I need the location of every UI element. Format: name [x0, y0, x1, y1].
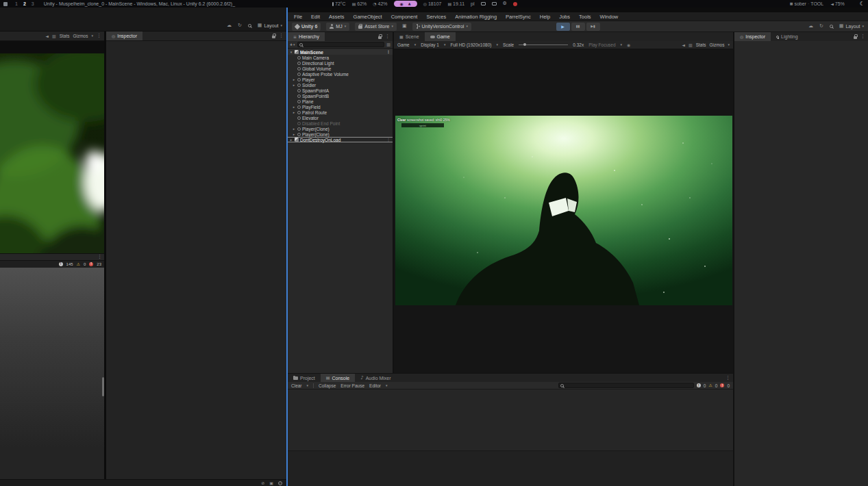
- display-1-icon[interactable]: [481, 2, 486, 5]
- scene-header-row[interactable]: ▾ MainScene ⋮: [288, 49, 393, 55]
- asset-store-dropdown[interactable]: Asset Store ▾: [355, 23, 397, 31]
- workspace-3[interactable]: 3: [29, 1, 37, 6]
- tree-row[interactable]: ▸PlayField: [288, 104, 393, 110]
- console-log-list[interactable]: [288, 389, 733, 450]
- panel-menu-icon[interactable]: ⋮: [279, 34, 284, 38]
- tree-row[interactable]: Elevator: [288, 115, 393, 120]
- lock-icon[interactable]: [854, 36, 857, 39]
- clear-button[interactable]: Clear: [291, 383, 302, 388]
- lock-icon[interactable]: [378, 36, 382, 39]
- info-count-icon[interactable]: !: [59, 262, 63, 266]
- tree-row[interactable]: ▸Player(Clone): [288, 126, 393, 131]
- keyboard-layout[interactable]: pl: [471, 1, 474, 6]
- stats-button[interactable]: Stats: [696, 42, 706, 47]
- night-mode-icon[interactable]: ☾: [860, 1, 865, 7]
- error-pause-toggle[interactable]: Error Pause: [340, 383, 364, 388]
- error-filter-icon[interactable]: !: [720, 383, 724, 387]
- tab-scene[interactable]: ▦ Scene: [394, 32, 425, 41]
- menu-component[interactable]: Component: [391, 14, 418, 20]
- filter-icon[interactable]: ▥: [386, 42, 390, 47]
- vsync-icon[interactable]: ▥: [689, 43, 693, 47]
- scene-menu-icon[interactable]: ⋮: [386, 138, 393, 142]
- tab-audio-mixer[interactable]: ♪ Audio Mixer: [355, 374, 396, 382]
- scene-menu-icon[interactable]: ⋮: [386, 50, 393, 54]
- collapse-toggle[interactable]: Collapse: [319, 383, 336, 388]
- tree-row[interactable]: Plane: [288, 99, 393, 104]
- step-button[interactable]: ▶▮: [586, 23, 600, 31]
- tree-row[interactable]: Main Camera: [288, 55, 393, 60]
- tab-inspector[interactable]: ◎ Inspector: [106, 31, 142, 40]
- version-control-dropdown[interactable]: UnityVersionControl ▾: [412, 23, 471, 31]
- tab-inspector[interactable]: ◎ Inspector: [734, 32, 771, 41]
- expand-arrow-icon[interactable]: ▸: [292, 105, 296, 109]
- console-search-input[interactable]: [565, 383, 692, 387]
- menu-edit[interactable]: Edit: [311, 14, 320, 20]
- warning-filter-icon[interactable]: ⚠: [708, 383, 712, 387]
- expand-arrow-icon[interactable]: ▸: [292, 78, 296, 81]
- expand-arrow-icon[interactable]: ▸: [289, 138, 293, 142]
- scrollbar-thumb[interactable]: [102, 377, 104, 396]
- panel-menu-icon[interactable]: ⋮: [97, 34, 101, 38]
- package-manager-icon[interactable]: ▣: [269, 481, 273, 485]
- play-focused-dropdown[interactable]: Play Focused: [588, 42, 615, 47]
- expand-arrow-icon[interactable]: ▸: [292, 133, 296, 136]
- vsync-icon[interactable]: ▥: [52, 34, 56, 38]
- gizmos-dropdown[interactable]: Gizmos: [709, 42, 724, 47]
- capture-icon[interactable]: ◉: [627, 43, 630, 47]
- tree-row[interactable]: Global Volume: [288, 66, 393, 71]
- chevron-down-icon[interactable]: ▾: [289, 51, 293, 54]
- tree-row[interactable]: ▸Player(Clone): [288, 131, 393, 137]
- tab-hierarchy[interactable]: ≡ Hierarchy: [288, 32, 325, 41]
- expand-arrow-icon[interactable]: ▸: [292, 127, 296, 131]
- error-count-icon[interactable]: !: [89, 262, 93, 266]
- tree-row[interactable]: ▸Player: [288, 77, 393, 82]
- game-viewport[interactable]: Clear screenshot saved: sht0 25% sprint: [394, 49, 733, 373]
- recording-indicator-icon[interactable]: [513, 2, 517, 6]
- search-icon[interactable]: [248, 24, 251, 27]
- cloud-icon[interactable]: ☁: [227, 23, 232, 28]
- panel-menu-icon[interactable]: ⋮: [385, 34, 390, 39]
- tree-row-disabled[interactable]: Disabled End Point: [288, 120, 393, 126]
- settings-gear-icon[interactable]: ⚙: [503, 1, 507, 6]
- account-dropdown[interactable]: MJ ▾: [326, 23, 349, 31]
- tree-row[interactable]: Directional Light: [288, 60, 393, 66]
- tab-console[interactable]: ▤ Console: [321, 374, 355, 382]
- pen-disabled-icon[interactable]: ⊘: [261, 481, 264, 485]
- tree-row[interactable]: ▸Soldier: [288, 82, 393, 88]
- tab-project[interactable]: Project: [288, 374, 321, 382]
- left-game-viewport[interactable]: [0, 41, 104, 253]
- menu-file[interactable]: File: [294, 14, 302, 20]
- refresh-icon[interactable]: ↻: [819, 24, 823, 29]
- display-2-icon[interactable]: [492, 2, 497, 5]
- tree-row[interactable]: Adaptive Probe Volume: [288, 71, 393, 77]
- menu-assets[interactable]: Assets: [329, 14, 345, 20]
- menu-animation-rigging[interactable]: Animation Rigging: [455, 14, 497, 20]
- menu-gameobject[interactable]: GameObject: [354, 14, 382, 20]
- lock-icon[interactable]: [272, 36, 275, 38]
- create-object-button[interactable]: + ▾: [290, 42, 295, 47]
- cart-icon[interactable]: ▣: [402, 24, 407, 29]
- resolution-dropdown[interactable]: Full HD (1920x1080): [450, 42, 491, 47]
- launcher-icon[interactable]: [3, 2, 8, 6]
- layout-dropdown[interactable]: ▦ Layout ▾: [839, 24, 864, 29]
- dontdestroyonload-row[interactable]: ▸ DontDestroyOnLoad ⋮: [288, 137, 393, 142]
- unity-version-button[interactable]: Unity 6: [292, 23, 321, 31]
- gizmos-dropdown[interactable]: Gizmos: [73, 34, 88, 38]
- expand-arrow-icon[interactable]: ▸: [292, 84, 296, 87]
- render-target-dropdown[interactable]: Game: [397, 42, 410, 47]
- panel-menu-icon[interactable]: ⋮: [726, 376, 730, 381]
- warning-count-icon[interactable]: ⚠: [77, 262, 80, 266]
- tree-row[interactable]: ▸Patrol Route: [288, 110, 393, 115]
- play-button[interactable]: ▶: [556, 23, 570, 31]
- refresh-icon[interactable]: ↻: [238, 23, 242, 28]
- scale-slider[interactable]: [519, 44, 568, 45]
- menu-parrelsync[interactable]: ParrelSync: [506, 14, 531, 20]
- cloud-icon[interactable]: ☁: [808, 24, 813, 29]
- tree-row[interactable]: SpawnPointA: [288, 88, 393, 93]
- tab-game[interactable]: Game: [425, 32, 456, 41]
- tree-row[interactable]: SpawnPointB: [288, 93, 393, 99]
- panel-menu-icon[interactable]: ⋮: [97, 255, 102, 259]
- hierarchy-search-input[interactable]: [304, 42, 383, 47]
- mute-audio-icon[interactable]: ◄: [682, 43, 685, 47]
- panel-menu-icon[interactable]: ⋮: [860, 34, 865, 39]
